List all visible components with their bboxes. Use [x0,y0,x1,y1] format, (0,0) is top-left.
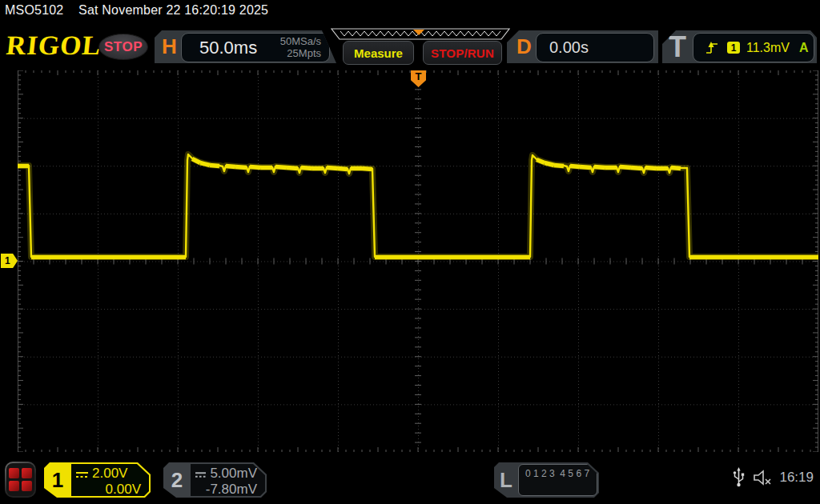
delay-label: D [517,34,532,59]
multi-window-button[interactable] [5,462,36,498]
channel2-number: 2 [163,462,191,498]
acquisition-info: 50MSa/s 25Mpts [280,35,321,59]
channel2-offset: -7.80mV [206,482,257,498]
channel2-panel[interactable]: 2 5.00mV -7.80mV [163,462,267,498]
timebase-value: 50.0ms [199,38,257,58]
dc-coupling-icon [76,471,88,478]
timebase-display[interactable]: 50.0ms 50MSa/s 25Mpts [181,33,330,62]
trigger-level-value: 11.3mV [746,41,790,55]
trigger-label: T [669,30,686,64]
speaker-muted-icon [752,469,773,486]
horizontal-panel[interactable]: H 50.0ms 50MSa/s 25Mpts [155,30,336,63]
delay-value: 0.00s [549,38,589,57]
quad-grid-icon [6,463,34,496]
sample-rate: 50MSa/s [280,35,321,47]
status-bar: MSO5102 Sat November 22 16:20:19 2025 [5,3,268,18]
trigger-display[interactable]: 1 11.3mV A [693,33,814,62]
stop-run-button[interactable]: STOP/RUN [423,41,502,65]
measure-button[interactable]: Measure [343,41,414,65]
dc-coupling-icon [195,471,206,478]
run-state-label: STOP [104,39,143,55]
measure-button-label: Measure [354,46,403,60]
header-bar: RIGOL STOP H 50.0ms 50MSa/s 25Mpts Measu… [0,26,820,67]
delay-panel[interactable]: D 0.00s [507,30,658,63]
clock-time: 16:19 [779,470,814,486]
channel2-scale: 5.00mV [210,466,257,482]
bottom-bar: 1 2.00V 0.00V 2 [0,456,820,504]
model-name: MSO5102 [5,3,63,17]
horizontal-label: H [162,34,177,59]
edge-trigger-icon [705,41,719,55]
system-tray: 16:19 [733,467,817,488]
waveform-overview-strip[interactable] [331,28,510,41]
channel1-number: 1 [44,462,71,498]
oscilloscope-screen: MSO5102 Sat November 22 16:20:19 2025 RI… [0,0,820,504]
logic-row2: 8 9 1011 12131415 [547,497,629,504]
channel1-panel[interactable]: 1 2.00V 0.00V [44,462,151,498]
logic-label: L [494,462,518,498]
channel1-ground-marker[interactable]: 1 [1,254,18,268]
trigger-panel[interactable]: T 1 11.3mV A [662,30,817,63]
logic-row1: 0 1 2 3 4 5 6 7 [525,468,589,479]
channel1-offset: 0.00V [106,482,141,498]
rigol-logo: RIGOL [5,30,102,61]
channel1-scale: 2.00V [92,466,127,482]
waveform-display-area: T 1 Freq1 4.6765Hz FallTime1 1.2340ms Ri… [0,69,820,454]
memory-depth: 25Mpts [280,47,321,59]
run-state-indicator[interactable]: STOP [98,34,148,60]
stop-run-label: STOP/RUN [431,46,494,60]
datetime-text: Sat November 22 16:20:19 2025 [78,3,268,17]
logic-channels-panel[interactable]: L 0 1 2 3 4 5 6 7 8 9 1011 12131415 [494,462,599,498]
delay-display[interactable]: 0.00s [536,33,654,62]
trigger-mode: A [799,41,809,55]
trigger-source-badge: 1 [727,42,740,54]
waveform-plot [18,70,818,452]
usb-icon [733,467,745,488]
